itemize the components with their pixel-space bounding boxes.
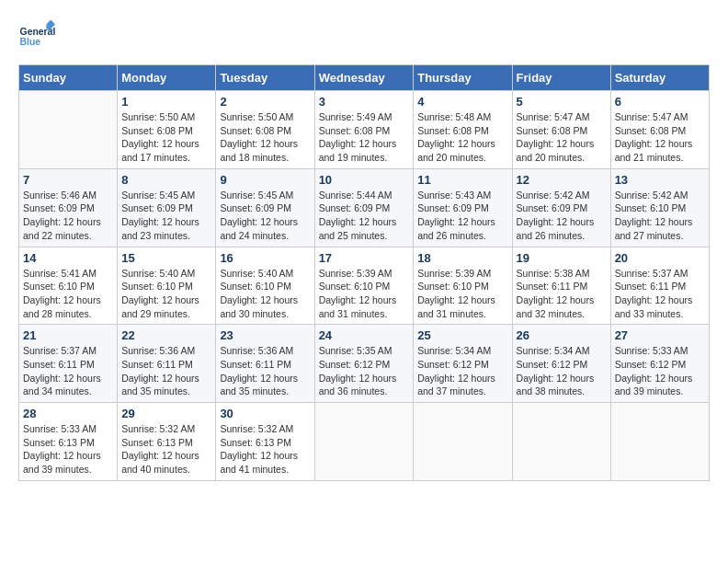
- calendar-cell: 14Sunrise: 5:41 AMSunset: 6:10 PMDayligh…: [19, 247, 118, 325]
- day-number: 13: [615, 173, 705, 187]
- calendar-cell: 20Sunrise: 5:37 AMSunset: 6:11 PMDayligh…: [610, 247, 709, 325]
- day-info: Sunrise: 5:42 AMSunset: 6:10 PMDaylight:…: [615, 189, 705, 243]
- day-number: 20: [615, 251, 705, 265]
- day-number: 21: [23, 328, 113, 342]
- calendar-cell: 18Sunrise: 5:39 AMSunset: 6:10 PMDayligh…: [414, 247, 512, 325]
- day-info: Sunrise: 5:37 AMSunset: 6:11 PMDaylight:…: [23, 344, 113, 398]
- day-info: Sunrise: 5:39 AMSunset: 6:10 PMDaylight:…: [417, 267, 507, 321]
- calendar-cell: 7Sunrise: 5:46 AMSunset: 6:09 PMDaylight…: [19, 168, 118, 247]
- day-info: Sunrise: 5:36 AMSunset: 6:11 PMDaylight:…: [121, 344, 211, 398]
- day-info: Sunrise: 5:33 AMSunset: 6:13 PMDaylight:…: [23, 422, 113, 477]
- calendar-cell: 30Sunrise: 5:32 AMSunset: 6:13 PMDayligh…: [216, 403, 314, 481]
- calendar-cell: 9Sunrise: 5:45 AMSunset: 6:09 PMDaylight…: [216, 168, 314, 247]
- calendar-cell: 21Sunrise: 5:37 AMSunset: 6:11 PMDayligh…: [19, 325, 118, 403]
- calendar-cell: 28Sunrise: 5:33 AMSunset: 6:13 PMDayligh…: [19, 403, 118, 481]
- day-info: Sunrise: 5:48 AMSunset: 6:08 PMDaylight:…: [417, 110, 507, 165]
- calendar-cell: 17Sunrise: 5:39 AMSunset: 6:10 PMDayligh…: [314, 247, 414, 325]
- day-number: 27: [615, 328, 705, 342]
- day-number: 24: [319, 328, 410, 342]
- day-number: 15: [121, 251, 211, 265]
- day-info: Sunrise: 5:32 AMSunset: 6:13 PMDaylight:…: [220, 422, 310, 477]
- day-info: Sunrise: 5:44 AMSunset: 6:09 PMDaylight:…: [319, 189, 410, 243]
- day-number: 29: [121, 407, 211, 420]
- day-number: 9: [220, 173, 310, 187]
- day-number: 5: [517, 95, 607, 109]
- calendar-cell: 24Sunrise: 5:35 AMSunset: 6:12 PMDayligh…: [314, 325, 414, 403]
- calendar-cell: 4Sunrise: 5:48 AMSunset: 6:08 PMDaylight…: [414, 91, 512, 169]
- calendar-cell: 29Sunrise: 5:32 AMSunset: 6:13 PMDayligh…: [118, 403, 216, 481]
- day-number: 26: [517, 328, 607, 342]
- day-info: Sunrise: 5:42 AMSunset: 6:09 PMDaylight:…: [517, 189, 607, 243]
- day-info: Sunrise: 5:43 AMSunset: 6:09 PMDaylight:…: [417, 189, 507, 243]
- calendar-table: SundayMondayTuesdayWednesdayThursdayFrid…: [18, 64, 710, 481]
- calendar-week-3: 14Sunrise: 5:41 AMSunset: 6:10 PMDayligh…: [19, 247, 710, 325]
- day-info: Sunrise: 5:46 AMSunset: 6:09 PMDaylight:…: [23, 189, 113, 243]
- logo: General Blue: [18, 18, 55, 55]
- calendar-week-4: 21Sunrise: 5:37 AMSunset: 6:11 PMDayligh…: [19, 325, 710, 403]
- day-info: Sunrise: 5:41 AMSunset: 6:10 PMDaylight:…: [23, 267, 113, 321]
- calendar-cell: 22Sunrise: 5:36 AMSunset: 6:11 PMDayligh…: [118, 325, 216, 403]
- calendar-cell: 13Sunrise: 5:42 AMSunset: 6:10 PMDayligh…: [610, 168, 709, 247]
- weekday-header-thursday: Thursday: [414, 65, 512, 91]
- logo-icon: General Blue: [18, 18, 55, 55]
- day-number: 12: [517, 173, 607, 187]
- day-number: 11: [417, 173, 507, 187]
- calendar-cell: 19Sunrise: 5:38 AMSunset: 6:11 PMDayligh…: [512, 247, 610, 325]
- weekday-header-friday: Friday: [512, 65, 610, 91]
- page-header: General Blue: [18, 18, 710, 55]
- calendar-cell: 5Sunrise: 5:47 AMSunset: 6:08 PMDaylight…: [512, 91, 610, 169]
- calendar-cell: [414, 403, 512, 481]
- calendar-cell: [512, 403, 610, 481]
- day-number: 22: [121, 328, 211, 342]
- day-number: 17: [319, 251, 410, 265]
- weekday-header-sunday: Sunday: [19, 65, 118, 91]
- day-info: Sunrise: 5:47 AMSunset: 6:08 PMDaylight:…: [615, 110, 705, 165]
- day-info: Sunrise: 5:39 AMSunset: 6:10 PMDaylight:…: [319, 267, 410, 321]
- day-info: Sunrise: 5:50 AMSunset: 6:08 PMDaylight:…: [220, 110, 310, 165]
- calendar-cell: 10Sunrise: 5:44 AMSunset: 6:09 PMDayligh…: [314, 168, 414, 247]
- day-info: Sunrise: 5:40 AMSunset: 6:10 PMDaylight:…: [121, 267, 211, 321]
- day-number: 28: [23, 407, 113, 420]
- svg-text:Blue: Blue: [20, 37, 41, 47]
- calendar-cell: 11Sunrise: 5:43 AMSunset: 6:09 PMDayligh…: [414, 168, 512, 247]
- day-number: 8: [121, 173, 211, 187]
- day-number: 16: [220, 251, 310, 265]
- day-info: Sunrise: 5:47 AMSunset: 6:08 PMDaylight:…: [517, 110, 607, 165]
- calendar-week-2: 7Sunrise: 5:46 AMSunset: 6:09 PMDaylight…: [19, 168, 710, 247]
- calendar-cell: 15Sunrise: 5:40 AMSunset: 6:10 PMDayligh…: [118, 247, 216, 325]
- day-number: 2: [220, 95, 310, 109]
- calendar-cell: [19, 91, 118, 169]
- day-number: 1: [121, 95, 211, 109]
- day-info: Sunrise: 5:45 AMSunset: 6:09 PMDaylight:…: [220, 189, 310, 243]
- day-number: 4: [417, 95, 507, 109]
- day-info: Sunrise: 5:50 AMSunset: 6:08 PMDaylight:…: [121, 110, 211, 165]
- day-info: Sunrise: 5:32 AMSunset: 6:13 PMDaylight:…: [121, 422, 211, 477]
- day-info: Sunrise: 5:34 AMSunset: 6:12 PMDaylight:…: [417, 344, 507, 398]
- day-number: 18: [417, 251, 507, 265]
- calendar-cell: 26Sunrise: 5:34 AMSunset: 6:12 PMDayligh…: [512, 325, 610, 403]
- day-number: 19: [517, 251, 607, 265]
- calendar-cell: 25Sunrise: 5:34 AMSunset: 6:12 PMDayligh…: [414, 325, 512, 403]
- calendar-cell: [314, 403, 414, 481]
- day-info: Sunrise: 5:49 AMSunset: 6:08 PMDaylight:…: [319, 110, 410, 165]
- calendar-cell: 27Sunrise: 5:33 AMSunset: 6:12 PMDayligh…: [610, 325, 709, 403]
- day-number: 30: [220, 407, 310, 420]
- calendar-week-5: 28Sunrise: 5:33 AMSunset: 6:13 PMDayligh…: [19, 403, 710, 481]
- calendar-cell: 16Sunrise: 5:40 AMSunset: 6:10 PMDayligh…: [216, 247, 314, 325]
- calendar-cell: 1Sunrise: 5:50 AMSunset: 6:08 PMDaylight…: [118, 91, 216, 169]
- calendar-cell: [610, 403, 709, 481]
- calendar-cell: 23Sunrise: 5:36 AMSunset: 6:11 PMDayligh…: [216, 325, 314, 403]
- calendar-cell: 12Sunrise: 5:42 AMSunset: 6:09 PMDayligh…: [512, 168, 610, 247]
- day-number: 6: [615, 95, 705, 109]
- weekday-header-wednesday: Wednesday: [314, 65, 414, 91]
- day-info: Sunrise: 5:33 AMSunset: 6:12 PMDaylight:…: [615, 344, 705, 398]
- day-info: Sunrise: 5:45 AMSunset: 6:09 PMDaylight:…: [121, 189, 211, 243]
- day-info: Sunrise: 5:40 AMSunset: 6:10 PMDaylight:…: [220, 267, 310, 321]
- day-number: 3: [319, 95, 410, 109]
- weekday-header-tuesday: Tuesday: [216, 65, 314, 91]
- day-info: Sunrise: 5:38 AMSunset: 6:11 PMDaylight:…: [517, 267, 607, 321]
- day-number: 25: [417, 328, 507, 342]
- day-number: 7: [23, 173, 113, 187]
- calendar-cell: 8Sunrise: 5:45 AMSunset: 6:09 PMDaylight…: [118, 168, 216, 247]
- day-info: Sunrise: 5:37 AMSunset: 6:11 PMDaylight:…: [615, 267, 705, 321]
